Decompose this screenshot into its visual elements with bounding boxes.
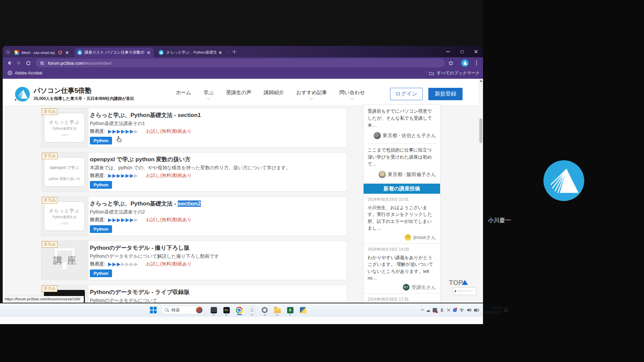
windows-taskbar: 検索 PC X ☁ 19:54 2024/08/29 (0, 303, 483, 317)
course-card[interactable]: 非売品 さらっと学ぶ Python基礎文法 その2 さらっと学ぶ、Python基… (41, 196, 347, 236)
trial-video-label[interactable]: お試し(無料)動画あり (146, 173, 192, 179)
profile-avatar[interactable] (461, 59, 469, 67)
star-icon (448, 60, 453, 66)
app-python[interactable] (298, 305, 308, 315)
post-item[interactable]: 2024年08月19日 14:03 わかりやすい講義をありがとうございます。 理… (364, 243, 440, 293)
new-tab-button[interactable] (231, 49, 237, 55)
bookmark-adobe-acrobat[interactable]: Adobe Acrobat (7, 70, 42, 75)
taskbar-search-box[interactable]: 検索 (161, 306, 204, 314)
course-title[interactable]: さらっと学ぶ、Python基礎文法 - section2 (90, 200, 201, 207)
forward-button[interactable] (15, 59, 23, 67)
notification-bell-icon[interactable] (503, 307, 508, 313)
not-for-sale-badge: 非売品 (42, 241, 57, 248)
course-title[interactable]: Pythonのデータモデル - 撮り下ろし版 (90, 244, 190, 252)
post-author: jinoseさん (368, 234, 436, 241)
trial-video-label[interactable]: お試し(無料)動画あり (146, 261, 192, 267)
nav-student-voices[interactable]: 受講生の声 (226, 89, 251, 96)
search-highlight-image[interactable] (196, 307, 203, 313)
scrollbar-thumb[interactable] (479, 118, 482, 143)
tab-python-course[interactable]: さらっと学ぶ、Python基礎文法 - se (156, 48, 225, 57)
chevron-down-icon (207, 97, 210, 100)
reload-button[interactable] (24, 59, 32, 67)
tab-title: 講座リスト パソコン仕事５倍塾ポー (85, 50, 145, 55)
wifi-icon[interactable] (459, 308, 464, 312)
tab-course-list-active[interactable]: 講座リスト パソコン仕事５倍塾ポー (74, 48, 154, 57)
microphone-icon[interactable] (439, 308, 444, 313)
app-dark-tool[interactable] (209, 305, 219, 315)
course-title[interactable]: さらっと学ぶ、Python基礎文法 - section1 (90, 111, 201, 119)
privacy-badge-label: プライバシー (458, 290, 473, 293)
close-window-button[interactable] (469, 46, 483, 57)
trial-video-label[interactable]: お試し(無料)動画あり (146, 128, 192, 134)
all-bookmarks[interactable]: すべてのブックマーク (426, 70, 480, 76)
volume-icon[interactable] (467, 308, 472, 312)
course-card[interactable]: 非売品 openpyxl で学ぶ python 変数の扱い方 openpyxl … (41, 152, 347, 192)
course-title[interactable]: openpyxl で学ぶ python 変数の扱い方 (90, 156, 191, 163)
trial-video-label[interactable]: お試し(無料)動画あり (146, 217, 192, 223)
post-text: 小川先生、おはようございます。実行ボタンをクリックした所、以下のエラーが出てしま… (368, 204, 436, 232)
close-tab-icon[interactable] (218, 50, 223, 55)
app-excel[interactable]: X (285, 305, 295, 315)
tab-search-button[interactable] (5, 49, 11, 55)
nav-home[interactable]: ホーム (176, 89, 191, 96)
restore-button[interactable] (455, 46, 469, 57)
battery-icon[interactable] (474, 308, 479, 312)
new-posts-header: 新着の講座投稿 (364, 184, 440, 194)
course-card[interactable]: 非売品 さらっと学ぶ Python基礎文法 その1 さらっと学ぶ、Python基… (41, 108, 347, 147)
onedrive-cloud-icon[interactable]: ☁ (426, 308, 430, 312)
testimonial-text: 受講前もすでにパソコン得意でしたが、そんな私でも受講して本… (368, 108, 436, 129)
course-card[interactable]: 非売品 講座 Pythonのデータモデル - 撮り下ろし版 Pythonのデータ… (41, 241, 347, 280)
pycharm-icon: PC (223, 307, 230, 313)
signup-button[interactable]: 新規登録 (428, 88, 463, 100)
address-bar[interactable]: forum.pc5bai.com/lesson/index/ (36, 59, 445, 67)
pc5bai-logo-icon (15, 87, 30, 102)
back-button[interactable] (5, 59, 13, 67)
course-title[interactable]: Pythonのデータモデル - ライブ収録版 (90, 288, 190, 296)
course-card[interactable]: 非売品 Pythonのデータモデル - ライブ収録版 Pythonのデータモデル… (41, 285, 347, 303)
nav-contact[interactable]: 問い合わせ (339, 89, 365, 96)
browser-menu-button[interactable] (472, 59, 480, 67)
url-text: forum.pc5bai.com/lesson/index/ (48, 61, 112, 66)
post-item[interactable]: 2024年08月06日 17:31 pre01.pyの9行目のデバッグしたところ… (364, 293, 440, 303)
site-title[interactable]: パソコン仕事5倍塾 (34, 86, 92, 95)
taskbar-clock[interactable]: 19:54 2024/08/29 (483, 305, 501, 315)
app-file-explorer[interactable] (272, 305, 282, 315)
teams-icon[interactable] (433, 308, 437, 312)
notification-app-icon[interactable] (453, 308, 457, 312)
back-arrow-icon (7, 60, 12, 66)
bookmark-star-button[interactable] (447, 59, 455, 67)
site-info-icon[interactable] (40, 61, 45, 66)
python-tag[interactable]: Python (90, 137, 112, 144)
nav-recommended-articles[interactable]: おすすめ記事 (296, 89, 327, 96)
back-to-top-widget[interactable]: TOP プライバシー (449, 279, 468, 287)
divider (368, 182, 436, 182)
post-item[interactable]: 2024年08月29日 10:01 小川先生、おはようございます。実行ボタンをク… (364, 194, 440, 243)
window-controls (441, 46, 483, 57)
nav-learn[interactable]: 学ぶ (204, 89, 214, 96)
close-tab-icon[interactable] (65, 50, 69, 55)
app-chrome[interactable] (234, 305, 244, 315)
start-button[interactable] (150, 307, 157, 313)
login-button[interactable]: ログイン (390, 88, 423, 100)
not-for-sale-badge: 非売品 (42, 109, 57, 115)
python-tag[interactable]: Python (90, 269, 112, 277)
app-settings[interactable] (260, 305, 270, 315)
app-notepad[interactable] (247, 305, 257, 315)
course-description: Pythonのデータモデルについて解説した撮り下ろし動画です (90, 253, 219, 259)
privacy-badge[interactable]: プライバシー (453, 287, 476, 295)
site-logo[interactable] (15, 87, 30, 102)
all-bookmarks-label: すべてのブックマーク (437, 70, 480, 76)
close-tab-icon[interactable] (146, 50, 151, 55)
top-button-label[interactable]: TOP (449, 279, 463, 287)
scrollbar-up-arrow[interactable] (480, 80, 482, 82)
python-tag[interactable]: Python (90, 225, 112, 233)
app-pycharm[interactable]: PC (221, 305, 231, 315)
hidden-icons-chevron[interactable] (421, 309, 424, 312)
scrollbar[interactable] (478, 79, 483, 303)
x-app-icon[interactable] (447, 308, 450, 312)
python-tag[interactable]: Python (90, 181, 112, 189)
tab-meet[interactable]: Meet - saz-enwt-iwj (12, 48, 72, 57)
mouse-cursor-pointer-icon (115, 135, 123, 144)
nav-instructors[interactable]: 講師紹介 (264, 89, 284, 96)
minimize-button[interactable] (441, 46, 455, 57)
